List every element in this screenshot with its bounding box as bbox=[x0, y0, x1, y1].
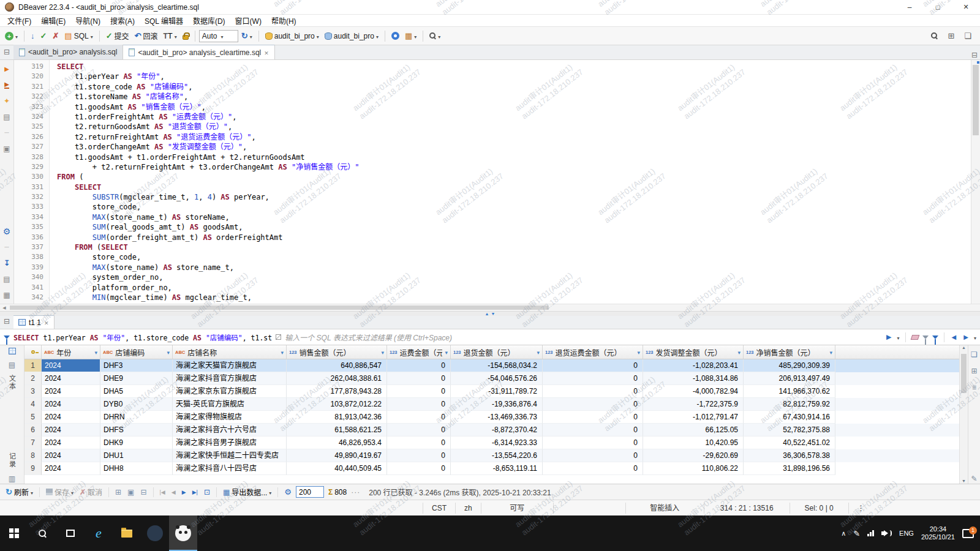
file-icon[interactable] bbox=[2, 274, 12, 284]
scroll-left-icon[interactable]: ◀ bbox=[0, 305, 9, 310]
menu-item[interactable]: 帮助(H) bbox=[266, 15, 301, 26]
table-cell[interactable]: DHE9 bbox=[100, 372, 173, 385]
save-result-button[interactable]: 保存 bbox=[44, 485, 75, 499]
code-line[interactable]: 328 t1.goodsAmt + t1.orderFreightAmt + t… bbox=[14, 152, 971, 162]
table-cell[interactable]: 2024 bbox=[42, 424, 100, 437]
column-header[interactable]: 123发货调整金额（元） bbox=[643, 345, 744, 359]
fetch-size-input[interactable] bbox=[296, 486, 324, 498]
scrollbar-thumb[interactable] bbox=[961, 354, 967, 393]
table-cell[interactable]: 0 bbox=[387, 449, 451, 462]
column-header[interactable]: 123净销售金额（元） bbox=[744, 345, 835, 359]
table-row[interactable]: 62024DHFS海澜之家抖音六十六号店61,588,621.250-8,872… bbox=[24, 424, 959, 437]
table-cell[interactable]: -4,000,782.94 bbox=[643, 385, 744, 398]
grid-corner-cell[interactable] bbox=[24, 345, 42, 359]
table-cell[interactable]: -54,046,576.26 bbox=[451, 372, 543, 385]
table-cell[interactable]: DHRN bbox=[100, 411, 173, 424]
code-line[interactable]: 321 t1.store_code AS "店铺编码", bbox=[14, 82, 971, 92]
column-header[interactable]: 123运费金额（元） bbox=[387, 345, 451, 359]
expand-icon[interactable] bbox=[276, 334, 281, 340]
code-line[interactable]: 319SELECT bbox=[14, 62, 971, 72]
taskbar-clock[interactable]: 20:34 2025/10/21 bbox=[921, 525, 955, 541]
table-row[interactable]: 52024DHRN海澜之家得物旗舰店81,913,042.360-13,469,… bbox=[24, 411, 959, 424]
row-number[interactable]: 5 bbox=[24, 411, 42, 424]
text-view-icon[interactable] bbox=[7, 359, 17, 370]
table-cell[interactable]: -19,336,876.4 bbox=[451, 398, 543, 411]
column-header[interactable]: ABC年份 bbox=[42, 345, 100, 359]
tab-analysis-sql[interactable]: <audit_bi_pro> analysis.sql bbox=[13, 45, 123, 59]
minimize-panel-icon[interactable] bbox=[0, 45, 13, 59]
table-cell[interactable]: DHU1 bbox=[100, 449, 173, 462]
result-settings-icon[interactable] bbox=[282, 485, 293, 499]
menu-item[interactable]: 数据库(D) bbox=[188, 15, 230, 26]
open-perspective-button[interactable] bbox=[945, 29, 957, 43]
grid-icon[interactable] bbox=[2, 290, 12, 300]
explain-plan-icon[interactable] bbox=[2, 96, 12, 106]
code-line[interactable]: 325 t2.returnGoodsAmt AS "退货金额（元）", bbox=[14, 122, 971, 132]
table-cell[interactable]: 海澜之家抖音六十六号店 bbox=[173, 424, 287, 437]
record-view-icon[interactable] bbox=[7, 473, 17, 484]
table-cell[interactable]: 640,886,547 bbox=[287, 359, 387, 372]
table-cell[interactable]: 0 bbox=[543, 359, 643, 372]
code-line[interactable]: 339 MAX(store_name) AS store_name_t, bbox=[14, 263, 971, 272]
table-cell[interactable]: 141,966,370.62 bbox=[744, 385, 835, 398]
column-header[interactable]: 123退货金额（元） bbox=[451, 345, 543, 359]
cancel-result-button[interactable]: 取消 bbox=[78, 485, 104, 499]
filter-save-icon[interactable] bbox=[922, 335, 929, 339]
filter-icon[interactable] bbox=[932, 335, 938, 339]
table-cell[interactable]: 0 bbox=[543, 398, 643, 411]
code-line[interactable]: 327 t3.orderChangeAmt AS "发货调整金额（元）", bbox=[14, 142, 971, 152]
column-filter-icon[interactable] bbox=[94, 348, 97, 356]
add-row-icon[interactable] bbox=[113, 485, 123, 499]
filter-history-back-icon[interactable] bbox=[950, 331, 959, 344]
script-log-icon[interactable] bbox=[2, 111, 12, 122]
menu-item[interactable]: 窗口(W) bbox=[230, 15, 266, 26]
row-count-button[interactable]: 808 bbox=[326, 485, 349, 499]
column-filter-icon[interactable] bbox=[167, 348, 170, 356]
scroll-up-icon[interactable] bbox=[960, 345, 968, 350]
table-cell[interactable]: 67,430,914.16 bbox=[744, 411, 835, 424]
rollback-all-button[interactable] bbox=[50, 29, 61, 43]
fetch-all-icon[interactable] bbox=[190, 485, 200, 499]
close-tab-icon[interactable] bbox=[264, 48, 269, 57]
table-cell[interactable]: 0 bbox=[543, 462, 643, 475]
table-cell[interactable]: 0 bbox=[543, 449, 643, 462]
table-cell[interactable]: DHH8 bbox=[100, 462, 173, 475]
export-icon[interactable] bbox=[2, 258, 12, 268]
code-line[interactable]: 334 MAX(store_name_t) AS storeName, bbox=[14, 212, 971, 222]
table-cell[interactable]: 0 bbox=[543, 411, 643, 424]
taskbar-search-button[interactable] bbox=[28, 515, 56, 551]
new-sql-editor-button[interactable]: SQL bbox=[62, 29, 95, 43]
speaker-icon[interactable] bbox=[881, 530, 892, 536]
table-cell[interactable]: 2024 bbox=[42, 398, 100, 411]
gear-icon[interactable] bbox=[2, 226, 12, 236]
input-language[interactable]: ENG bbox=[899, 530, 914, 537]
transaction-mode-button[interactable]: T bbox=[161, 29, 179, 43]
code-line[interactable]: 342 MIN(mgclear_time) AS mgclear_time_t, bbox=[14, 293, 971, 302]
panel-toggle-icon[interactable] bbox=[2, 143, 12, 154]
edit-icon[interactable] bbox=[969, 473, 979, 484]
grid-vertical-scrollbar[interactable] bbox=[959, 345, 968, 484]
table-cell[interactable]: 485,290,309.39 bbox=[744, 359, 835, 372]
table-row[interactable]: 22024DHE9海澜之家抖音官方旗舰店262,048,388.610-54,0… bbox=[24, 372, 959, 385]
code-line[interactable]: 332 SUBSTR(mgclear_time_t, 1, 4) AS perY… bbox=[14, 192, 971, 202]
table-cell[interactable]: 110,806.22 bbox=[643, 462, 744, 475]
chevron-down-icon[interactable] bbox=[974, 333, 976, 342]
menu-item[interactable]: 编辑(E) bbox=[36, 15, 70, 26]
code-line[interactable]: 337 FROM (SELECT bbox=[14, 242, 971, 252]
results-tab-t1[interactable]: t1 1 bbox=[13, 315, 55, 329]
app-button-1[interactable] bbox=[141, 515, 169, 551]
code-line[interactable]: 323 t1.goodsAmt AS "销售金额（元）", bbox=[14, 102, 971, 112]
value-panel-icon[interactable] bbox=[969, 349, 979, 359]
column-header[interactable]: ABC店铺名称 bbox=[173, 345, 287, 359]
menu-item[interactable]: SQL 编辑器 bbox=[140, 15, 188, 26]
table-cell[interactable]: 2024 bbox=[42, 462, 100, 475]
table-cell[interactable]: 40,440,509.45 bbox=[287, 462, 387, 475]
table-cell[interactable]: 海澜之家抖音男子旗舰店 bbox=[173, 437, 287, 449]
table-cell[interactable]: DHA5 bbox=[100, 385, 173, 398]
refresh-connection-button[interactable] bbox=[239, 29, 255, 43]
editor-vertical-scrollbar[interactable] bbox=[971, 60, 980, 304]
table-cell[interactable]: 2024 bbox=[42, 359, 100, 372]
table-cell[interactable]: 0 bbox=[387, 372, 451, 385]
column-filter-icon[interactable] bbox=[737, 348, 741, 356]
table-row[interactable]: 42024DYB0天猫-英氏官方旗舰店103,872,012.220-19,33… bbox=[24, 398, 959, 411]
